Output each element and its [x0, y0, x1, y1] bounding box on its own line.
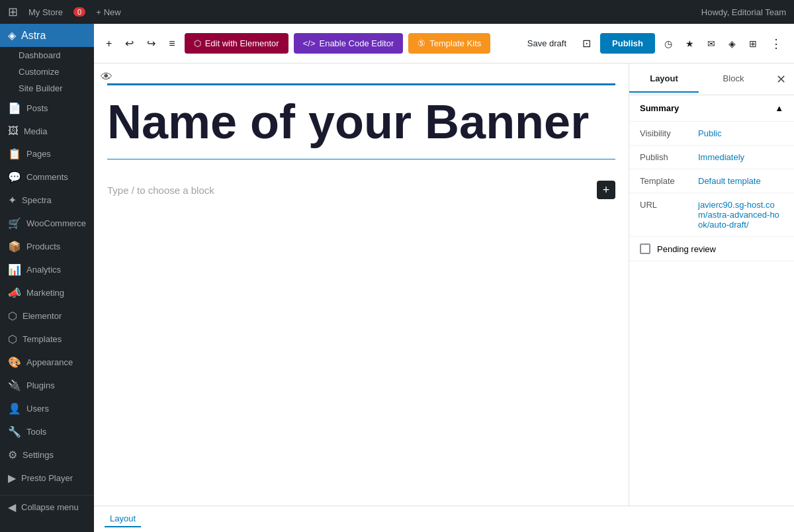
sidebar-templates-label: Templates [22, 334, 62, 344]
presto-player-icon: ▶ [8, 472, 16, 484]
site-name-text: My Store [28, 7, 63, 17]
astra-icon-btn[interactable]: ◈ [725, 34, 740, 53]
appearance-icon: 🎨 [8, 356, 21, 369]
tab-block-label: Block [723, 73, 744, 83]
preview-btn[interactable]: ⊡ [578, 33, 595, 54]
sidebar-item-products[interactable]: 📦 Products [0, 235, 94, 258]
visibility-toggle-btn[interactable]: 👁 [101, 70, 112, 84]
kit-icon: ⑤ [418, 38, 425, 48]
sidebar-item-posts[interactable]: 📄 Posts [0, 97, 94, 120]
sidebar-item-woocommerce[interactable]: 🛒 WooCommerce [0, 212, 94, 235]
settings-icon: ⚙ [8, 449, 17, 461]
save-draft-btn[interactable]: Save draft [521, 34, 573, 52]
sidebar-item-presto-player[interactable]: ▶ Presto Player [0, 466, 94, 490]
sidebar-subitem-customize[interactable]: Customize [0, 64, 94, 80]
bottom-tab-layout-label: Layout [110, 513, 136, 523]
sidebar-item-appearance[interactable]: 🎨 Appearance [0, 351, 94, 374]
sidebar-marketing-label: Marketing [26, 288, 64, 298]
editor-canvas[interactable]: 👁 Name of your Banner Type / to choose a… [94, 64, 629, 506]
tab-block[interactable]: Block [699, 66, 768, 93]
summary-row-template: Template Default template [629, 169, 794, 193]
summary-row-publish: Publish Immediately [629, 146, 794, 169]
sidebar-posts-label: Posts [26, 103, 48, 113]
publish-btn[interactable]: Publish [600, 33, 655, 54]
admin-bar: ⊞ My Store 0 + New Howdy, Editorial Team [0, 0, 794, 24]
sidebar-item-comments[interactable]: 💬 Comments [0, 165, 94, 189]
marketing-icon: 📣 [8, 287, 21, 299]
enable-code-editor-btn[interactable]: </> Enable Code Editor [294, 33, 404, 54]
template-value[interactable]: Default template [698, 176, 761, 186]
sidebar-item-plugins[interactable]: 🔌 Plugins [0, 374, 94, 397]
plus-icon: + [96, 7, 101, 17]
templates-toolbar-btn[interactable]: ★ [682, 34, 698, 53]
sidebar-elementor-label: Elementor [22, 311, 62, 321]
panel-body: Summary ▲ Visibility Public Publish Imme… [629, 95, 794, 506]
pending-review-label: Pending review [657, 244, 716, 254]
sidebar-item-settings[interactable]: ⚙ Settings [0, 443, 94, 466]
visibility-value[interactable]: Public [698, 128, 721, 138]
chevron-up-icon: ▲ [775, 103, 783, 113]
collapse-menu-btn[interactable]: ◀ Collapse menu [0, 495, 94, 519]
add-block-toolbar-btn[interactable]: + [102, 34, 116, 54]
template-label: Template [640, 176, 693, 186]
wp-logo-icon[interactable]: ⊞ [8, 5, 18, 19]
publish-value[interactable]: Immediately [698, 152, 744, 162]
sidebar-item-spectra[interactable]: ✦ Spectra [0, 189, 94, 212]
sidebar-settings-label: Settings [22, 450, 54, 460]
sidebar-item-marketing[interactable]: 📣 Marketing [0, 281, 94, 304]
edit-elementor-btn[interactable]: ⬡ Edit with Elementor [185, 33, 288, 54]
sidebar-item-astra[interactable]: ◈ Astra [0, 24, 94, 47]
summary-section: Summary ▲ Visibility Public Publish Imme… [629, 95, 794, 261]
sidebar-analytics-label: Analytics [26, 265, 61, 275]
collapse-menu-label: Collapse menu [21, 502, 79, 512]
sidebar-item-templates[interactable]: ⬡ Templates [0, 328, 94, 351]
publish-label: Publish [612, 38, 643, 48]
sidebar-item-users[interactable]: 👤 Users [0, 397, 94, 420]
block-placeholder[interactable]: Type / to choose a block + [107, 173, 615, 207]
sidebar-media-label: Media [24, 126, 47, 136]
editor-toolbar: + ↩ ↪ ≡ ⬡ Edit with Elementor </> Enable… [94, 24, 794, 64]
products-icon: 📦 [8, 240, 21, 253]
pending-review-checkbox[interactable] [640, 244, 650, 254]
more-options-btn[interactable]: ⋮ [766, 32, 786, 55]
undo-btn[interactable]: ↩ [121, 33, 138, 54]
new-item-btn[interactable]: + New [96, 7, 121, 17]
sidebar-item-pages[interactable]: 📋 Pages [0, 142, 94, 165]
revisions-btn[interactable]: ◷ [660, 34, 676, 53]
notification-count: 0 [77, 8, 81, 16]
elementor-btn-icon: ⬡ [194, 38, 201, 48]
sidebar-item-tools[interactable]: 🔧 Tools [0, 420, 94, 443]
posts-icon: 📄 [8, 102, 21, 114]
panel-close-btn[interactable]: ✕ [768, 67, 794, 92]
sidebar-item-analytics[interactable]: 📊 Analytics [0, 258, 94, 281]
tab-layout-label: Layout [650, 73, 678, 83]
settings-panel-btn[interactable]: ⊞ [745, 34, 761, 53]
notification-badge[interactable]: 0 [73, 7, 85, 17]
sidebar-spectra-label: Spectra [22, 195, 52, 205]
url-value[interactable]: javierc90.sg-host.com/astra-advanced-hoo… [698, 200, 783, 230]
sidebar-item-elementor[interactable]: ⬡ Elementor [0, 304, 94, 328]
visibility-label: Visibility [640, 128, 693, 138]
sidebar-item-media[interactable]: 🖼 Media [0, 120, 94, 142]
sidebar-subitem-dashboard[interactable]: Dashboard [0, 47, 94, 64]
banner-title[interactable]: Name of your Banner [107, 83, 615, 159]
redo-btn[interactable]: ↪ [143, 33, 159, 54]
subitem-site-builder-label: Site Builder [19, 83, 62, 93]
sidebar-tools-label: Tools [26, 427, 46, 437]
sidebar-users-label: Users [26, 404, 49, 414]
bottom-tab-layout[interactable]: Layout [105, 511, 141, 527]
sidebar-presto-player-label: Presto Player [21, 473, 73, 483]
sidebar-subitem-site-builder[interactable]: Site Builder [0, 80, 94, 97]
templates-icon: ⬡ [8, 333, 17, 345]
list-view-btn[interactable]: ≡ [165, 34, 179, 54]
chat-btn[interactable]: ✉ [703, 34, 719, 53]
add-block-canvas-btn[interactable]: + [597, 181, 615, 199]
summary-header[interactable]: Summary ▲ [629, 95, 794, 122]
tools-icon: 🔧 [8, 425, 21, 438]
template-kits-btn[interactable]: ⑤ Template Kits [408, 33, 490, 54]
site-name[interactable]: My Store [28, 7, 63, 17]
code-icon: </> [303, 38, 316, 48]
howdy-text: Howdy, Editorial Team [701, 7, 786, 17]
save-draft-label: Save draft [527, 38, 566, 48]
tab-layout[interactable]: Layout [629, 66, 699, 93]
